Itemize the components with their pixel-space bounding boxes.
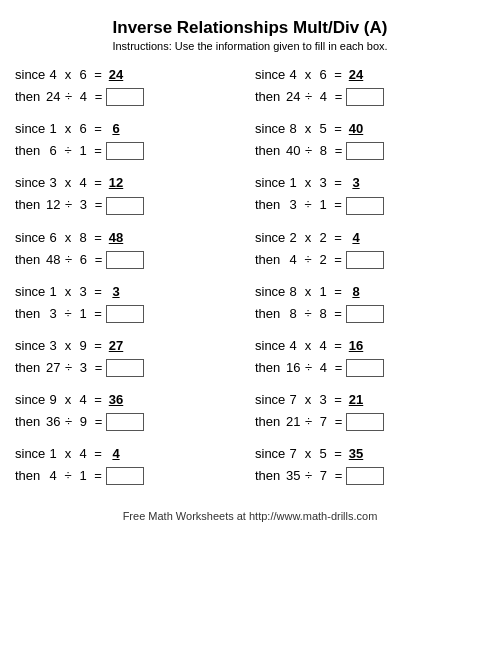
then-row: then36÷9= xyxy=(15,411,245,433)
problem-group: since8x5=40then40÷8= xyxy=(255,118,485,162)
then-op: ÷ xyxy=(303,86,313,108)
since-op: x xyxy=(63,172,73,194)
since-op: x xyxy=(63,281,73,303)
then-row: then12÷3= xyxy=(15,194,245,216)
then-eq: = xyxy=(333,249,343,271)
then-op: ÷ xyxy=(303,465,313,487)
since-num: 4 xyxy=(76,389,90,411)
answer-box[interactable] xyxy=(106,197,144,215)
then-row: then16÷4= xyxy=(255,357,485,379)
then-num: 6 xyxy=(46,140,60,162)
since-row: since6x8=48 xyxy=(15,227,245,249)
answer-box[interactable] xyxy=(346,467,384,485)
answer-box[interactable] xyxy=(106,359,144,377)
answer-box[interactable] xyxy=(346,305,384,323)
since-answer: 24 xyxy=(106,64,126,86)
problem-group: since4x6=24then24÷4= xyxy=(255,64,485,108)
footer: Free Math Worksheets at http://www.math-… xyxy=(15,510,485,522)
since-op: x xyxy=(303,335,313,357)
then-row: then48÷6= xyxy=(15,249,245,271)
since-num: 3 xyxy=(316,389,330,411)
since-op: x xyxy=(303,64,313,86)
then-row: then8÷8= xyxy=(255,303,485,325)
problem-group: since9x4=36then36÷9= xyxy=(15,389,245,433)
since-num: 9 xyxy=(76,335,90,357)
problem-group: since7x5=35then35÷7= xyxy=(255,443,485,487)
since-op: x xyxy=(303,389,313,411)
then-eq: = xyxy=(333,303,343,325)
since-answer: 21 xyxy=(346,389,366,411)
then-row: then21÷7= xyxy=(255,411,485,433)
then-num: 4 xyxy=(46,465,60,487)
since-label: since xyxy=(15,172,43,194)
then-num: 24 xyxy=(46,86,60,108)
then-op: ÷ xyxy=(63,357,73,379)
answer-box[interactable] xyxy=(106,467,144,485)
since-num: 4 xyxy=(286,64,300,86)
answer-box[interactable] xyxy=(346,142,384,160)
since-num: 8 xyxy=(76,227,90,249)
answer-box[interactable] xyxy=(106,88,144,106)
then-num: 1 xyxy=(76,140,90,162)
answer-box[interactable] xyxy=(106,413,144,431)
since-num: 6 xyxy=(76,64,90,86)
since-answer: 3 xyxy=(106,281,126,303)
since-eq: = xyxy=(333,389,343,411)
since-op: x xyxy=(63,227,73,249)
answer-box[interactable] xyxy=(346,359,384,377)
since-answer: 48 xyxy=(106,227,126,249)
then-label: then xyxy=(255,465,283,487)
since-label: since xyxy=(255,172,283,194)
then-row: then6÷1= xyxy=(15,140,245,162)
then-row: then27÷3= xyxy=(15,357,245,379)
problem-group: since2x2=4then4÷2= xyxy=(255,227,485,271)
then-num: 7 xyxy=(316,411,330,433)
problems-grid: since4x6=24then24÷4=since4x6=24then24÷4=… xyxy=(15,64,485,496)
since-op: x xyxy=(303,118,313,140)
answer-box[interactable] xyxy=(346,413,384,431)
then-num: 2 xyxy=(316,249,330,271)
then-num: 4 xyxy=(316,357,330,379)
then-label: then xyxy=(15,303,43,325)
since-op: x xyxy=(303,227,313,249)
then-eq: = xyxy=(93,249,103,271)
then-op: ÷ xyxy=(63,140,73,162)
since-eq: = xyxy=(93,335,103,357)
then-eq: = xyxy=(93,357,103,379)
then-num: 3 xyxy=(76,357,90,379)
since-num: 6 xyxy=(46,227,60,249)
since-label: since xyxy=(15,281,43,303)
since-label: since xyxy=(15,118,43,140)
since-answer: 4 xyxy=(346,227,366,249)
then-label: then xyxy=(15,86,43,108)
since-label: since xyxy=(15,443,43,465)
answer-box[interactable] xyxy=(346,197,384,215)
then-num: 9 xyxy=(76,411,90,433)
then-num: 24 xyxy=(286,86,300,108)
answer-box[interactable] xyxy=(106,142,144,160)
answer-box[interactable] xyxy=(346,251,384,269)
then-num: 16 xyxy=(286,357,300,379)
since-num: 4 xyxy=(316,335,330,357)
since-row: since7x5=35 xyxy=(255,443,485,465)
since-label: since xyxy=(255,227,283,249)
since-eq: = xyxy=(333,281,343,303)
since-num: 4 xyxy=(76,172,90,194)
then-row: then4÷2= xyxy=(255,249,485,271)
since-answer: 40 xyxy=(346,118,366,140)
since-num: 3 xyxy=(46,335,60,357)
since-answer: 36 xyxy=(106,389,126,411)
since-eq: = xyxy=(93,281,103,303)
answer-box[interactable] xyxy=(346,88,384,106)
since-answer: 6 xyxy=(106,118,126,140)
answer-box[interactable] xyxy=(106,251,144,269)
since-eq: = xyxy=(93,389,103,411)
then-num: 40 xyxy=(286,140,300,162)
answer-box[interactable] xyxy=(106,305,144,323)
since-answer: 12 xyxy=(106,172,126,194)
then-row: then35÷7= xyxy=(255,465,485,487)
then-num: 3 xyxy=(286,194,300,216)
then-num: 4 xyxy=(76,86,90,108)
since-eq: = xyxy=(333,443,343,465)
then-num: 27 xyxy=(46,357,60,379)
